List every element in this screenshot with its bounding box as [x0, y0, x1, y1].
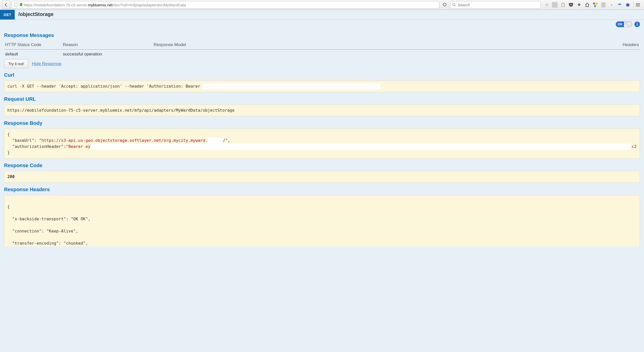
th-reason: Reason [62, 41, 153, 50]
download-icon[interactable] [576, 2, 582, 8]
lock-icon [20, 3, 23, 7]
auth-toggle[interactable]: ON [616, 21, 632, 27]
star-icon[interactable]: ☆ [544, 2, 549, 8]
back-arrow-icon [4, 3, 8, 7]
cell-status: default [4, 50, 62, 59]
search-input[interactable] [457, 3, 539, 7]
toggle-on-label: ON [616, 22, 624, 27]
browser-toolbar: i https://mobilefoundation-75-c5-server.… [0, 0, 644, 10]
cell-reason: successful operation [62, 50, 153, 59]
th-headers: Headers [607, 41, 640, 50]
section-response-body: Response Body [4, 120, 640, 126]
th-response-model: Response Model [153, 41, 607, 50]
back-button[interactable] [2, 1, 10, 9]
http-method-badge: GET [0, 10, 15, 19]
section-response-headers: Response Headers [4, 187, 640, 192]
separator [552, 2, 558, 8]
response-headers-code[interactable]: { "x-backside-transport": "OK OK", "conn… [4, 195, 640, 246]
section-response-messages: Response Messages [4, 32, 640, 38]
operation-header[interactable]: GET /objectStorage [0, 10, 644, 20]
colors-icon[interactable] [593, 2, 598, 8]
toolbar-icons: ☆ 📋 ▾ [542, 2, 632, 8]
clipboard-icon[interactable]: 📋 [560, 2, 566, 8]
pocket-icon[interactable] [568, 2, 574, 8]
menu-button[interactable] [634, 1, 642, 8]
th-status-code: HTTP Status Code [4, 41, 62, 50]
response-body-code[interactable]: { "baseUrl": "https://s3-api.us-geo.obje… [4, 129, 640, 159]
url-bar[interactable]: i https://mobilefoundation-75-c5-server.… [12, 1, 439, 9]
search-icon [452, 3, 456, 7]
table-row: default successful operation [4, 50, 640, 59]
reload-icon [442, 2, 447, 7]
graduation-icon[interactable] [625, 2, 631, 8]
toggle-knob [627, 22, 631, 27]
site-info-icon: i [14, 3, 18, 7]
curl-code[interactable]: curl -X GET --header 'Accept: applicatio… [4, 81, 640, 92]
section-response-code: Response Code [4, 163, 640, 168]
swagger-page: GET /objectStorage ON i Response Message… [0, 10, 644, 352]
section-request-url: Request URL [4, 96, 640, 102]
svg-rect-0 [20, 4, 22, 6]
dropdown-caret-icon[interactable]: ▾ [609, 2, 614, 8]
svg-rect-3 [602, 3, 605, 7]
request-url-code[interactable]: https://mobilefoundation-75-c5-server.my… [4, 105, 640, 116]
operation-path: /objectStorage [15, 10, 57, 19]
svg-point-1 [453, 4, 455, 6]
url-text: https://mobilefoundation-75-c5-server.my… [24, 3, 186, 7]
graduation-accent-icon[interactable] [617, 2, 622, 8]
response-messages-table: HTTP Status Code Reason Response Model H… [4, 41, 640, 59]
try-it-out-button[interactable]: Try it out! [4, 59, 28, 68]
svg-line-2 [455, 6, 456, 7]
section-curl: Curl [4, 72, 640, 78]
hide-response-link[interactable]: Hide Response [32, 61, 61, 66]
hamburger-icon [636, 3, 640, 7]
response-code-value[interactable]: 200 [4, 171, 640, 183]
note-icon[interactable] [601, 2, 606, 8]
reload-button[interactable] [441, 2, 449, 8]
curl-token-masked [203, 83, 380, 89]
home-icon[interactable] [584, 2, 590, 8]
info-icon[interactable]: i [634, 22, 640, 27]
search-box[interactable] [450, 1, 541, 9]
